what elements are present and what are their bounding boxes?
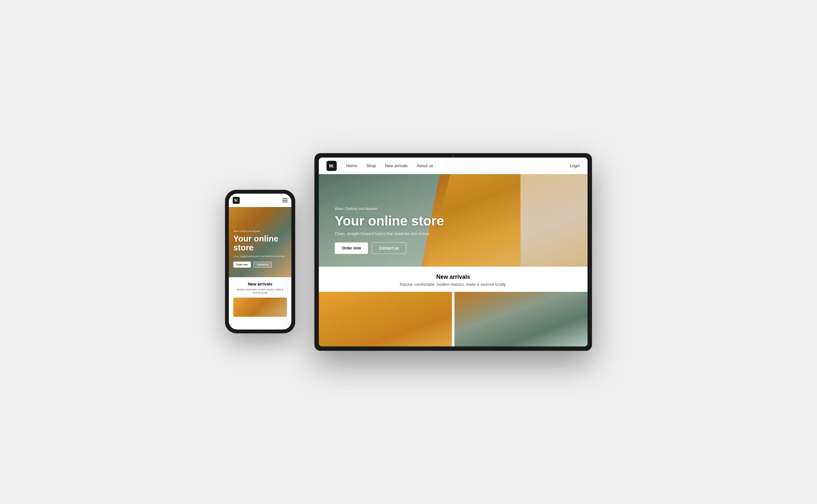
- tablet-nav-links: Home Shop New arrivals About us: [346, 163, 570, 168]
- tablet-new-arrivals-section: New arrivals Natural, comfortable, moder…: [319, 267, 588, 292]
- tablet-hero-subtitle: Wave Clothing and Apparel: [335, 207, 444, 211]
- phone-hero-description: Clean, straight-forward basics that stan…: [233, 255, 287, 258]
- phone-screen: W. Wave Clothing and Apparel Your online…: [229, 194, 291, 330]
- tablet-camera: [452, 155, 454, 157]
- tablet-product-image-left: [319, 292, 452, 346]
- phone-hero-content: Wave Clothing and Apparel Your online st…: [233, 230, 287, 268]
- tablet-hero-description: Clean, straight-forward basics that stan…: [335, 232, 444, 236]
- phone-order-now-button[interactable]: Order now: [233, 262, 251, 268]
- tablet-contact-us-button[interactable]: Contact us: [372, 242, 406, 254]
- tablet-new-arrivals-description: Natural, comfortable, modern classics, m…: [326, 282, 580, 287]
- phone-device: W. Wave Clothing and Apparel Your online…: [225, 190, 295, 333]
- phone-hamburger-icon[interactable]: [282, 198, 287, 202]
- tablet-product-image-right: [455, 292, 588, 346]
- tablet-logo: W.: [326, 161, 337, 171]
- tablet-hero-title: Your online store: [335, 214, 444, 228]
- phone-hero-title: Your online store: [233, 234, 287, 252]
- tablet-order-now-button[interactable]: Order now: [335, 242, 368, 254]
- phone-contact-us-button[interactable]: Contact us: [253, 262, 272, 268]
- tablet-products-row: [319, 292, 588, 346]
- scene: W. Wave Clothing and Apparel Your online…: [225, 153, 592, 351]
- tablet-product-gap: [452, 292, 455, 346]
- tablet-nav-new-arrivals[interactable]: New arrivals: [385, 163, 408, 168]
- tablet-new-arrivals-title: New arrivals: [326, 274, 580, 280]
- tablet-hero-content: Wave Clothing and Apparel Your online st…: [335, 207, 444, 254]
- tablet-screen: W. Home Shop New arrivals About us Login: [319, 158, 588, 346]
- phone-logo: W.: [233, 197, 240, 204]
- tablet-nav-login[interactable]: Login: [570, 163, 580, 168]
- phone-navbar: W.: [229, 194, 291, 207]
- tablet-hero: Wave Clothing and Apparel Your online st…: [319, 174, 588, 267]
- phone-new-arrivals-title: New arrivals: [233, 282, 287, 286]
- phone-hero: Wave Clothing and Apparel Your online st…: [229, 207, 291, 277]
- tablet-nav-shop[interactable]: Shop: [366, 163, 376, 168]
- tablet-hero-buttons: Order now Contact us: [335, 242, 444, 254]
- phone-new-arrivals-description: Natural, comfortable, modern classics, m…: [233, 288, 287, 294]
- tablet-nav-home[interactable]: Home: [346, 163, 357, 168]
- phone-hero-buttons: Order now Contact us: [233, 262, 287, 268]
- phone-notch: [250, 190, 270, 192]
- phone-hero-subtitle: Wave Clothing and Apparel: [233, 230, 287, 232]
- phone-product-image: [233, 298, 287, 317]
- tablet-navbar: W. Home Shop New arrivals About us Login: [319, 158, 588, 174]
- tablet-device: W. Home Shop New arrivals About us Login: [314, 153, 592, 351]
- tablet-nav-about[interactable]: About us: [417, 163, 433, 168]
- phone-new-arrivals-section: New arrivals Natural, comfortable, moder…: [229, 277, 291, 321]
